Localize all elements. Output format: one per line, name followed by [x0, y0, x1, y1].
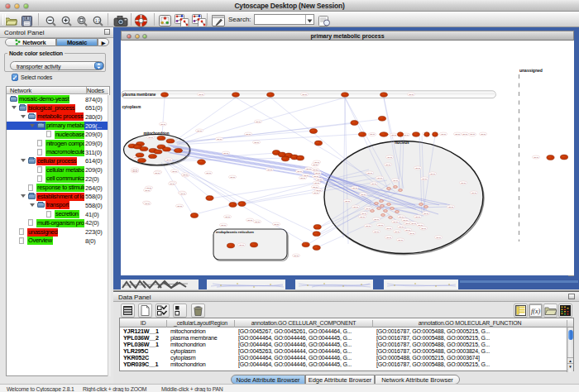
svg-text:(Sc-rd): (Sc-rd)	[313, 164, 318, 166]
svg-text:(Sc-rd): (Sc-rd)	[221, 224, 226, 227]
svg-text:(Sc-rd): (Sc-rd)	[197, 130, 202, 132]
svg-text:plasma membrane: plasma membrane	[122, 93, 156, 97]
svg-text:(Sc-rd): (Sc-rd)	[430, 173, 435, 175]
svg-text:(Sc-rd): (Sc-rd)	[274, 223, 279, 226]
svg-text:(Sc-rd): (Sc-rd)	[313, 169, 318, 171]
svg-text:(Sc-rd): (Sc-rd)	[441, 133, 446, 136]
svg-text:(Sc-rd): (Sc-rd)	[409, 93, 414, 96]
svg-text:f(x): f(x)	[531, 308, 540, 315]
svg-text:(Sc-rd): (Sc-rd)	[199, 93, 203, 96]
svg-text:1:1: 1:1	[95, 19, 101, 23]
svg-text:(Sc-rd): (Sc-rd)	[306, 168, 311, 170]
svg-text:(Sc-rd): (Sc-rd)	[415, 216, 420, 218]
svg-text:(Sc-rd): (Sc-rd)	[183, 174, 188, 176]
svg-text:(Sc-rd): (Sc-rd)	[481, 133, 486, 136]
svg-text:(Sc-rd): (Sc-rd)	[313, 175, 318, 178]
svg-text:(Sc-rd): (Sc-rd)	[345, 200, 350, 203]
svg-text:(Sc-rd): (Sc-rd)	[386, 237, 391, 239]
svg-text:(Sc-rd): (Sc-rd)	[471, 192, 476, 194]
svg-text:(Sc-rd): (Sc-rd)	[313, 192, 318, 194]
svg-text:(Sc-rd): (Sc-rd)	[361, 194, 366, 196]
svg-text:(Sc-rd): (Sc-rd)	[374, 231, 379, 233]
svg-text:(Sc-rd): (Sc-rd)	[246, 133, 251, 136]
svg-text:nucleus: nucleus	[395, 141, 409, 145]
svg-text:(Sc-rd): (Sc-rd)	[374, 218, 379, 221]
svg-text:(Sc-rd): (Sc-rd)	[399, 216, 404, 218]
svg-text:(Sc-rd): (Sc-rd)	[534, 156, 538, 159]
svg-text:(Sc-rd): (Sc-rd)	[160, 123, 165, 126]
svg-text:(Sc-rd): (Sc-rd)	[387, 156, 392, 159]
svg-text:(Sc-rd): (Sc-rd)	[302, 93, 307, 96]
svg-text:(Sc-rd): (Sc-rd)	[148, 136, 153, 139]
svg-text:(Sc-rd): (Sc-rd)	[415, 167, 420, 170]
svg-text:(Sc-rd): (Sc-rd)	[223, 152, 228, 155]
svg-text:(Sc-rd): (Sc-rd)	[300, 177, 305, 179]
svg-text:(Sc-rd): (Sc-rd)	[315, 172, 320, 174]
svg-text:(Sc-rd): (Sc-rd)	[145, 203, 150, 205]
svg-text:(Sc-rd): (Sc-rd)	[403, 219, 408, 222]
svg-text:(Sc-rd): (Sc-rd)	[314, 161, 319, 164]
svg-text:(Sc-rd): (Sc-rd)	[418, 224, 423, 227]
svg-text:(Sc-rd): (Sc-rd)	[404, 134, 409, 136]
svg-text:(Sc-rd): (Sc-rd)	[448, 206, 453, 208]
svg-text:(Sc-rd): (Sc-rd)	[366, 208, 371, 210]
svg-text:(Sc-rd): (Sc-rd)	[436, 237, 441, 239]
svg-text:(Sc-rd): (Sc-rd)	[461, 182, 466, 184]
svg-text:(Sc-rd): (Sc-rd)	[386, 227, 391, 230]
svg-text:(Sc-rd): (Sc-rd)	[395, 231, 400, 233]
svg-text:(Sc-rd): (Sc-rd)	[155, 172, 160, 174]
svg-text:(Sc-rd): (Sc-rd)	[393, 179, 398, 182]
svg-text:(Sc-rd): (Sc-rd)	[267, 169, 272, 171]
svg-text:(Sc-rd): (Sc-rd)	[455, 133, 460, 136]
svg-text:(Sc-rd): (Sc-rd)	[230, 176, 235, 179]
svg-text:unassigned: unassigned	[519, 68, 543, 73]
svg-text:(Sc-rd): (Sc-rd)	[217, 138, 222, 141]
svg-text:(Sc-rd): (Sc-rd)	[423, 213, 428, 215]
svg-text:(Sc-rd): (Sc-rd)	[409, 232, 414, 235]
svg-text:(Sc-rd): (Sc-rd)	[256, 121, 261, 123]
svg-text:(Sc-rd): (Sc-rd)	[352, 187, 357, 189]
svg-text:(Sc-rd): (Sc-rd)	[398, 239, 403, 241]
svg-text:(Sc-rd): (Sc-rd)	[391, 134, 396, 136]
svg-text:(Sc-rd): (Sc-rd)	[170, 183, 175, 185]
svg-text:(Sc-rd): (Sc-rd)	[385, 164, 390, 166]
svg-text:(Sc-rd): (Sc-rd)	[180, 193, 185, 195]
svg-text:(Sc-rd): (Sc-rd)	[370, 133, 375, 136]
svg-text:cytoplasm: cytoplasm	[122, 105, 141, 109]
svg-text:(Sc-rd): (Sc-rd)	[422, 178, 427, 180]
svg-text:(Sc-rd): (Sc-rd)	[371, 183, 376, 185]
svg-text:endoplasmic reticulum: endoplasmic reticulum	[216, 230, 254, 234]
svg-text:(Sc-rd): (Sc-rd)	[247, 219, 252, 222]
svg-text:(Sc-rd): (Sc-rd)	[378, 224, 383, 227]
svg-text:(Sc-rd): (Sc-rd)	[421, 227, 426, 230]
svg-text:(Sc-rd): (Sc-rd)	[239, 244, 244, 246]
svg-text:(Sc-rd): (Sc-rd)	[254, 141, 259, 144]
svg-text:(Sc-rd): (Sc-rd)	[367, 172, 372, 174]
svg-text:(Sc-rd): (Sc-rd)	[399, 226, 404, 228]
svg-text:(Sc-rd): (Sc-rd)	[297, 170, 302, 173]
svg-text:mitochondrion: mitochondrion	[144, 131, 170, 136]
svg-text:(Sc-rd): (Sc-rd)	[166, 159, 171, 161]
svg-text:(Sc-rd): (Sc-rd)	[206, 172, 211, 174]
svg-text:(Sc-rd): (Sc-rd)	[470, 133, 475, 136]
svg-text:(Sc-rd): (Sc-rd)	[294, 255, 299, 257]
svg-text:(Sc-rd): (Sc-rd)	[225, 216, 230, 218]
svg-text:(Sc-rd): (Sc-rd)	[177, 205, 182, 208]
svg-text:(Sc-rd): (Sc-rd)	[317, 179, 322, 181]
svg-text:(Sc-rd): (Sc-rd)	[377, 177, 382, 179]
svg-text:(Sc-rd): (Sc-rd)	[145, 189, 150, 192]
svg-text:(Sc-rd): (Sc-rd)	[314, 182, 319, 184]
svg-text:(Sc-rd): (Sc-rd)	[405, 229, 410, 232]
svg-text:(Sc-rd): (Sc-rd)	[353, 206, 358, 208]
svg-text:(Sc-rd): (Sc-rd)	[313, 186, 318, 189]
svg-text:(Sc-rd): (Sc-rd)	[360, 216, 365, 218]
svg-text:(Sc-rd): (Sc-rd)	[255, 221, 260, 223]
svg-text:(Sc-rd): (Sc-rd)	[132, 169, 137, 171]
svg-text:(Sc-rd): (Sc-rd)	[366, 225, 371, 227]
svg-text:(Sc-rd): (Sc-rd)	[393, 221, 398, 223]
svg-text:(Sc-rd): (Sc-rd)	[411, 222, 416, 225]
svg-text:(Sc-rd): (Sc-rd)	[361, 213, 366, 215]
svg-text:(Sc-rd): (Sc-rd)	[172, 170, 177, 173]
svg-text:(Sc-rd): (Sc-rd)	[462, 133, 467, 136]
